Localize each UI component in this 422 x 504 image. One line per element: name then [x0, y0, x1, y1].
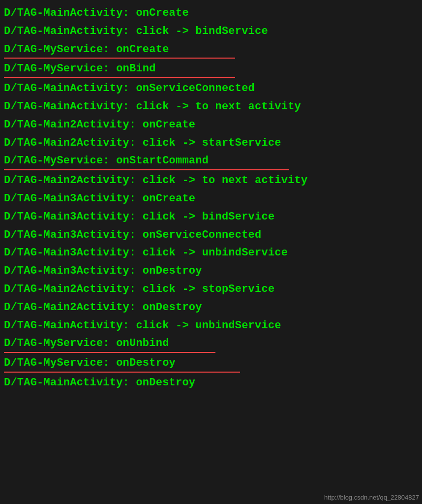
log-line: D/TAG-Main3Activity: click -> unbindServ…	[3, 244, 419, 262]
log-line: D/TAG-Main2Activity: onDestroy	[3, 298, 419, 316]
log-line: D/TAG-MainActivity: click -> to next act…	[3, 97, 419, 116]
log-line: D/TAG-MyService: onDestroy	[3, 354, 419, 374]
log-line: D/TAG-MyService: onCreate	[3, 40, 419, 60]
log-line: D/TAG-MyService: onUnbind	[3, 334, 419, 354]
log-line: D/TAG-MainActivity: click -> unbindServi…	[3, 316, 419, 335]
log-line: D/TAG-MainActivity: onDestroy	[3, 374, 419, 392]
watermark: http://blog.csdn.net/qq_22804827	[324, 494, 419, 501]
log-line: D/TAG-MyService: onBind	[3, 60, 419, 79]
log-line: D/TAG-Main2Activity: click -> startServi…	[3, 134, 419, 152]
log-line: D/TAG-Main3Activity: onDestroy	[3, 262, 419, 280]
log-line: D/TAG-MainActivity: onCreate	[3, 4, 419, 22]
log-line: D/TAG-Main2Activity: click -> stopServic…	[3, 280, 419, 298]
log-line: D/TAG-MyService: onStartCommand	[3, 152, 419, 171]
log-line: D/TAG-Main2Activity: click -> to next ac…	[3, 171, 419, 189]
log-line: D/TAG-Main3Activity: onServiceConnected	[3, 226, 419, 244]
log-line: D/TAG-Main3Activity: onCreate	[3, 189, 419, 208]
log-container: D/TAG-MainActivity: onCreateD/TAG-MainAc…	[0, 0, 422, 396]
log-line: D/TAG-Main2Activity: onCreate	[3, 116, 419, 134]
log-line: D/TAG-Main3Activity: click -> bindServic…	[3, 208, 419, 226]
log-line: D/TAG-MainActivity: onServiceConnected	[3, 79, 419, 97]
log-line: D/TAG-MainActivity: click -> bindService	[3, 22, 419, 40]
